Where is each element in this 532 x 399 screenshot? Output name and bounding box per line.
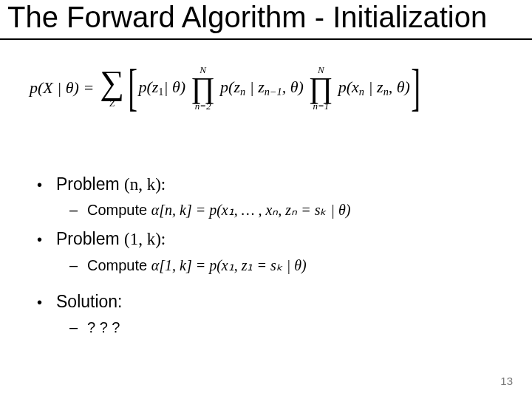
sum-operator: ∑ Z <box>100 68 124 108</box>
left-bracket: [ <box>128 66 137 110</box>
term1: p(z1| θ) <box>138 78 185 98</box>
dash-icon: – <box>69 317 87 338</box>
compute-1k-label: Compute <box>87 257 151 273</box>
dash-icon: – <box>69 255 87 276</box>
solution-answer: – ? ? ? <box>69 317 502 338</box>
compute-1k: – Compute α[1, k] = p(x₁, z₁ = sₖ | θ) <box>69 255 502 276</box>
bullet-icon: • <box>37 174 56 196</box>
problem-nk: • Problem (n, k): <box>37 172 502 197</box>
bullet-list: • Problem (n, k): – Compute α[n, k] = p(… <box>37 166 502 338</box>
solution-answer-text: ? ? ? <box>87 317 120 338</box>
compute-nk-math: α[n, k] = p(x₁, … , xₙ, zₙ = sₖ | θ) <box>151 202 351 218</box>
product-2: N ∏ n=1 <box>309 65 333 111</box>
problem-1k: • Problem (1, k): <box>37 227 502 251</box>
main-formula: p(X | θ) = ∑ Z [ p(z1| θ) N ∏ n=2 p(zn |… <box>30 65 502 111</box>
page-number: 13 <box>500 375 513 387</box>
slide-title: The Forward Algorithm - Initialization <box>7 1 525 33</box>
problem-1k-label: Problem <box>56 229 124 248</box>
formula-lhs: p(X | θ) = <box>30 78 94 98</box>
term3: p(xn | zn, θ) <box>338 78 410 98</box>
term2: p(zn | zn−1, θ) <box>220 78 304 98</box>
right-bracket: ] <box>411 66 420 110</box>
slide: The Forward Algorithm - Initialization p… <box>0 0 532 399</box>
problem-nk-label: Problem <box>56 174 124 194</box>
dash-icon: – <box>69 200 87 221</box>
compute-nk: – Compute α[n, k] = p(x₁, … , xₙ, zₙ = s… <box>69 200 502 221</box>
compute-nk-label: Compute <box>87 202 151 218</box>
bullet-icon: • <box>37 229 56 250</box>
title-divider <box>0 38 532 40</box>
solution: • Solution: <box>37 290 502 314</box>
problem-1k-math: (1, k): <box>124 230 166 248</box>
problem-nk-math: (n, k): <box>124 175 166 194</box>
solution-label: Solution: <box>56 290 123 314</box>
bullet-icon: • <box>37 292 56 313</box>
compute-1k-math: α[1, k] = p(x₁, z₁ = sₖ | θ) <box>151 257 307 273</box>
product-1: N ∏ n=2 <box>191 65 215 111</box>
